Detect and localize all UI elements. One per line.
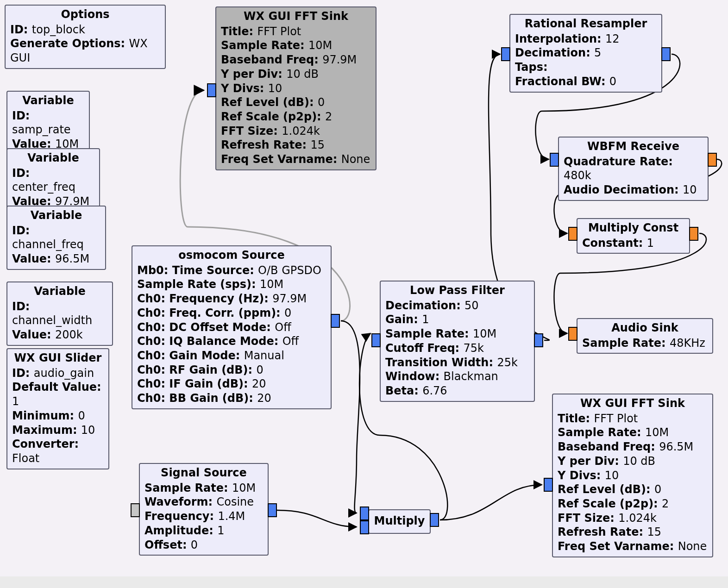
param-value: top_block bbox=[32, 23, 85, 36]
block-osmocom-source[interactable]: osmocom Source Mb0: Time Source: O/B GPS… bbox=[132, 245, 332, 409]
param-row: ID: channel_width bbox=[12, 300, 107, 328]
block-title: WBFM Receive bbox=[564, 139, 703, 154]
param-row: Waveform: Cosine bbox=[144, 495, 263, 509]
param-key: Ch0: Gain Mode: bbox=[137, 349, 244, 362]
port-in-1[interactable] bbox=[360, 520, 369, 534]
param-value: 10 dB bbox=[286, 68, 319, 81]
port-out[interactable] bbox=[430, 513, 439, 527]
param-key: Sample Rate: bbox=[582, 337, 670, 350]
block-title: Variable bbox=[12, 94, 84, 108]
param-row: ID: center_freq bbox=[12, 166, 94, 194]
param-row: Y Divs: 10 bbox=[221, 81, 371, 96]
param-row: Constant: 1 bbox=[582, 236, 684, 250]
param-value: 25k bbox=[497, 356, 517, 369]
flowgraph-canvas[interactable]: Options ID: top_blockGenerate Options: W… bbox=[0, 0, 728, 576]
param-value: 10 bbox=[683, 183, 697, 196]
block-low-pass-filter[interactable]: Low Pass Filter Decimation: 50Gain: 1Sam… bbox=[380, 281, 535, 402]
block-signal-source[interactable]: Signal Source Sample Rate: 10MWaveform: … bbox=[139, 463, 269, 556]
param-value: 6.76 bbox=[422, 384, 447, 397]
param-value: 15 bbox=[310, 138, 325, 151]
param-key: Amplitude: bbox=[144, 524, 217, 537]
param-row: Frequency: 1.4M bbox=[144, 509, 263, 524]
block-multiply-const[interactable]: Multiply Const Constant: 1 bbox=[577, 218, 690, 254]
block-fft-sink-1[interactable]: WX GUI FFT Sink Title: FFT PlotSample Ra… bbox=[215, 6, 377, 170]
param-key: ID: bbox=[12, 224, 30, 237]
block-title: Options bbox=[10, 7, 160, 22]
param-row: Minimum: 0 bbox=[12, 409, 104, 423]
param-value: 10M bbox=[260, 278, 283, 291]
param-key: Default Value: bbox=[12, 381, 101, 394]
param-key: Refresh Rate: bbox=[221, 138, 310, 151]
param-value: FFT Plot bbox=[257, 25, 301, 38]
param-value: 1 bbox=[422, 313, 429, 326]
port-in[interactable] bbox=[544, 478, 553, 492]
param-row: Converter: Float bbox=[12, 437, 104, 465]
param-row: Window: Blackman bbox=[385, 369, 529, 384]
port-out[interactable] bbox=[689, 227, 698, 241]
block-variable-channel-freq[interactable]: Variable ID: channel_freqValue: 96.5M bbox=[6, 206, 106, 270]
block-variable-channel-width[interactable]: Variable ID: channel_widthValue: 200k bbox=[6, 281, 113, 346]
block-options[interactable]: Options ID: top_blockGenerate Options: W… bbox=[5, 5, 166, 69]
param-key: Beta: bbox=[385, 384, 422, 397]
block-wx-gui-slider[interactable]: WX GUI Slider ID: audio_gainDefault Valu… bbox=[6, 348, 109, 469]
param-key: ID: bbox=[12, 367, 34, 380]
param-key: Minimum: bbox=[12, 409, 78, 422]
param-key: Ref Scale (p2p): bbox=[221, 110, 325, 123]
param-key: Title: bbox=[558, 412, 594, 425]
block-body: Interpolation: 12Decimation: 5Taps: Frac… bbox=[515, 32, 657, 89]
param-value: channel_width bbox=[12, 314, 92, 327]
block-rational-resampler[interactable]: Rational Resampler Interpolation: 12Deci… bbox=[509, 14, 662, 93]
param-row: Y Divs: 10 bbox=[558, 469, 708, 483]
param-value: 0 bbox=[257, 363, 264, 376]
param-value: 15 bbox=[647, 525, 661, 538]
block-audio-sink[interactable]: Audio Sink Sample Rate: 48KHz bbox=[577, 318, 713, 354]
param-value: Float bbox=[12, 452, 39, 465]
block-variable-samp-rate[interactable]: Variable ID: samp_rateValue: 10M bbox=[6, 91, 90, 155]
param-row: Generate Options: WX GUI bbox=[10, 37, 160, 65]
port-in[interactable] bbox=[371, 333, 381, 347]
param-row: Decimation: 5 bbox=[515, 46, 657, 60]
port-out[interactable] bbox=[534, 333, 543, 347]
param-key: Sample Rate: bbox=[144, 482, 232, 494]
param-key: Freq Set Varname: bbox=[221, 153, 341, 166]
param-key: Gain: bbox=[385, 313, 422, 326]
param-row: Ref Level (dB): 0 bbox=[558, 482, 708, 497]
port-out[interactable] bbox=[661, 47, 671, 61]
port-in[interactable] bbox=[501, 47, 510, 61]
block-fft-sink-2[interactable]: WX GUI FFT Sink Title: FFT PlotSample Ra… bbox=[552, 394, 713, 557]
block-multiply[interactable]: Multiply bbox=[368, 509, 431, 534]
param-value: channel_freq bbox=[12, 238, 84, 251]
port-out[interactable] bbox=[331, 314, 340, 328]
port-in[interactable] bbox=[207, 83, 216, 97]
port-out[interactable] bbox=[708, 153, 717, 167]
param-row: Transition Width: 25k bbox=[385, 356, 529, 370]
param-key: Interpolation: bbox=[515, 32, 605, 45]
param-row: Taps: bbox=[515, 60, 657, 75]
port-in-msg[interactable] bbox=[131, 503, 140, 517]
block-variable-center-freq[interactable]: Variable ID: center_freqValue: 97.9M bbox=[6, 148, 100, 213]
block-title: osmocom Source bbox=[137, 248, 326, 263]
param-value: 12 bbox=[605, 32, 620, 45]
port-in-0[interactable] bbox=[360, 507, 369, 520]
block-wbfm-receive[interactable]: WBFM Receive Quadrature Rate: 480kAudio … bbox=[558, 137, 709, 201]
port-out[interactable] bbox=[268, 503, 277, 517]
param-value: samp_rate bbox=[12, 123, 71, 136]
port-in[interactable] bbox=[568, 227, 577, 241]
param-row: Decimation: 50 bbox=[385, 299, 529, 313]
param-key: ID: bbox=[12, 167, 30, 180]
param-key: Ch0: IF Gain (dB): bbox=[137, 377, 252, 390]
param-row: Cutoff Freq: 75k bbox=[385, 341, 529, 356]
param-row: Y per Div: 10 dB bbox=[558, 454, 708, 469]
param-row: Ch0: Freq. Corr. (ppm): 0 bbox=[137, 306, 326, 320]
param-value: 10M bbox=[232, 482, 256, 494]
param-value: 20 bbox=[252, 377, 266, 390]
param-row: Baseband Freq: 96.5M bbox=[558, 440, 708, 454]
block-body: Quadrature Rate: 480kAudio Decimation: 1… bbox=[564, 155, 703, 197]
port-in[interactable] bbox=[550, 153, 559, 167]
param-key: Sample Rate: bbox=[221, 39, 308, 52]
param-value: 480k bbox=[564, 169, 591, 182]
param-row: Fractional BW: 0 bbox=[515, 75, 657, 89]
port-in[interactable] bbox=[568, 327, 577, 341]
param-value: 2 bbox=[325, 110, 332, 123]
param-value: Cosine bbox=[216, 495, 254, 508]
